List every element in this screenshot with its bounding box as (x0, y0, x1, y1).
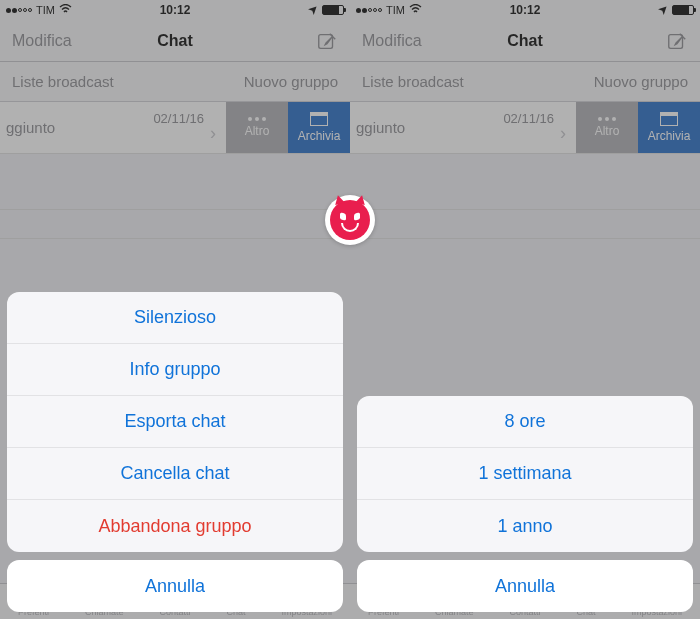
sheet-item-1-anno[interactable]: 1 anno (357, 500, 693, 552)
action-sheet: Silenzioso Info gruppo Esporta chat Canc… (7, 292, 343, 552)
cancel-button[interactable]: Annulla (7, 560, 343, 612)
devil-icon (330, 200, 370, 240)
screen-right: TIM 10:12 Modifica Chat Liste broadcast … (350, 0, 700, 619)
sheet-item-1-settimana[interactable]: 1 settimana (357, 448, 693, 500)
cancel-button[interactable]: Annulla (357, 560, 693, 612)
sheet-item-info-gruppo[interactable]: Info gruppo (7, 344, 343, 396)
sheet-item-silenzioso[interactable]: Silenzioso (7, 292, 343, 344)
screen-left: TIM 10:12 Modifica Chat Liste broadcast … (0, 0, 350, 619)
sheet-item-esporta-chat[interactable]: Esporta chat (7, 396, 343, 448)
watermark-badge (325, 195, 375, 245)
action-sheet-overlay[interactable]: Silenzioso Info gruppo Esporta chat Canc… (0, 0, 350, 619)
sheet-item-8-ore[interactable]: 8 ore (357, 396, 693, 448)
action-sheet: 8 ore 1 settimana 1 anno (357, 396, 693, 552)
action-sheet-overlay[interactable]: 8 ore 1 settimana 1 anno Annulla (350, 0, 700, 619)
sheet-item-abbandona-gruppo[interactable]: Abbandona gruppo (7, 500, 343, 552)
sheet-item-cancella-chat[interactable]: Cancella chat (7, 448, 343, 500)
